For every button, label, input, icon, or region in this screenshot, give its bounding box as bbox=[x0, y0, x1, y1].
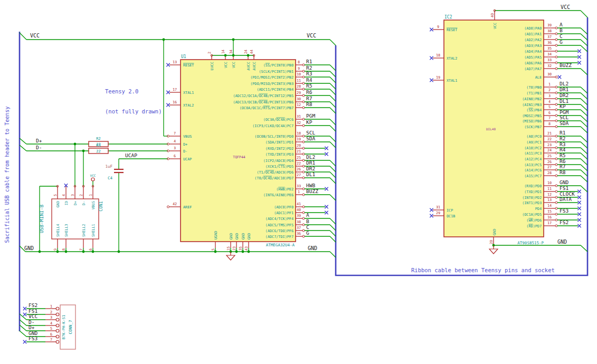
wire bbox=[581, 45, 587, 52]
pin-name: VCC bbox=[493, 23, 497, 29]
pin-end-circle bbox=[302, 217, 305, 219]
pin-end-circle bbox=[302, 124, 305, 127]
pin-name: GND bbox=[492, 229, 497, 235]
pin-number: 16 bbox=[547, 215, 552, 219]
net-label: SDA bbox=[306, 136, 315, 141]
net-label: FS2 bbox=[560, 219, 568, 225]
wire bbox=[20, 145, 26, 151]
net-label: FS3 bbox=[560, 208, 568, 214]
pin-number: 9 bbox=[298, 66, 300, 71]
net-label: DL1 bbox=[306, 171, 315, 177]
pin-name: (A14)PC6 bbox=[524, 168, 542, 173]
wire bbox=[581, 186, 587, 192]
gnd-symbol bbox=[489, 249, 498, 254]
pin-name: (SS)PB4 bbox=[526, 108, 542, 112]
net-label: R6 bbox=[306, 89, 312, 95]
pin-end-circle bbox=[555, 196, 557, 198]
pin-end-circle bbox=[555, 175, 557, 177]
pin-end-circle bbox=[302, 70, 305, 72]
pin-name: GND bbox=[235, 233, 239, 240]
pin-end-circle bbox=[56, 313, 59, 316]
pin-end-circle bbox=[555, 164, 557, 166]
pin-name: (AD0)PA0 bbox=[524, 26, 542, 31]
pin-end-circle bbox=[555, 120, 557, 122]
ucap-label: UCAP bbox=[125, 152, 137, 158]
pin-name: VCC bbox=[224, 62, 228, 68]
net-label: VCC bbox=[29, 313, 37, 319]
pin-number: 4 bbox=[174, 139, 176, 143]
pin-name: (T0/OC4D/ADC10)PD7 bbox=[254, 176, 293, 180]
ic2-footprint: DIL40 bbox=[486, 127, 496, 131]
pin-name: ICP bbox=[447, 208, 453, 213]
pin-number: 20 bbox=[489, 240, 494, 244]
pin-end-circle bbox=[555, 56, 557, 58]
pin-number: 35 bbox=[547, 46, 552, 51]
net-label: DL2 bbox=[560, 81, 568, 87]
pin-end-circle bbox=[555, 147, 557, 149]
pin-name: (AD5)PA5 bbox=[524, 55, 542, 60]
pin-name: (SDA/INT1)PD1 bbox=[266, 140, 293, 145]
note-usb-cable: Sacrificial USB cable from header to Tee… bbox=[4, 98, 11, 252]
u1-value: ATMEGA32U4-A bbox=[266, 243, 295, 247]
pin-number: 44 bbox=[250, 50, 254, 54]
wire bbox=[330, 83, 336, 89]
pin-number: 40 bbox=[297, 208, 301, 212]
pin-name: (A9)PC1 bbox=[526, 140, 542, 145]
pin-number: 7 bbox=[79, 248, 83, 251]
net-label: B bbox=[306, 218, 309, 224]
net-label: R1 bbox=[306, 59, 312, 64]
pin-number: 4 bbox=[50, 321, 52, 325]
pin-name: (INT1)PD3 bbox=[522, 201, 542, 205]
note-teensy-line1: Teensy 2.0 bbox=[105, 88, 162, 95]
pin-name: PD4 bbox=[535, 207, 542, 211]
net-label: DATA bbox=[560, 196, 572, 202]
pin-name: D- bbox=[183, 149, 187, 154]
pin-number: 1 bbox=[89, 194, 93, 196]
pin-number: 25 bbox=[297, 156, 301, 160]
pin-end-circle bbox=[302, 171, 305, 173]
pin-end-circle bbox=[555, 109, 557, 111]
wire bbox=[330, 178, 336, 184]
pin-name: (SS/PCINT0)PB0 bbox=[263, 63, 293, 68]
pin-name: (ADC12/OC1A/OC4B/PCINT12)PB5 bbox=[233, 94, 293, 98]
ic2-value: AT90S8515-P bbox=[517, 241, 544, 245]
note-ribbon-cable: Ribbon cable between Teensy pins and soc… bbox=[411, 267, 555, 274]
pin-number: 24 bbox=[547, 148, 552, 152]
net-label: C bbox=[560, 33, 563, 39]
pin-name: SHELL1 bbox=[91, 224, 96, 237]
pin-name: (MOSI)PB5 bbox=[522, 114, 542, 118]
wire bbox=[330, 40, 336, 45]
pin-number: 39 bbox=[547, 23, 552, 27]
pin-number: 2 bbox=[548, 88, 551, 92]
pin-number: 5 bbox=[548, 105, 551, 109]
pin-number: 6 bbox=[50, 332, 52, 337]
pin-name: (A11)PC3 bbox=[524, 151, 542, 156]
junction-dot bbox=[232, 39, 235, 41]
pin-end-circle bbox=[302, 229, 305, 232]
pin-number: 4 bbox=[548, 100, 551, 104]
pin-number: 3 bbox=[174, 146, 176, 150]
pin-end-circle bbox=[302, 177, 305, 179]
wire bbox=[20, 138, 26, 144]
pin-end-circle bbox=[555, 158, 557, 160]
pin-end-circle bbox=[302, 141, 305, 143]
wire bbox=[581, 127, 587, 133]
pin-name: (PDI/MOSI/PCINT2)PB2 bbox=[250, 75, 293, 80]
net-label: G bbox=[560, 39, 563, 45]
pin-number: 10 bbox=[547, 181, 552, 185]
pin-number: 3 bbox=[71, 194, 75, 196]
pin-name: (TXD/INT3)PD3 bbox=[266, 152, 293, 157]
pin-number: 15 bbox=[226, 246, 231, 251]
wire bbox=[330, 65, 336, 71]
net-label: R7 bbox=[560, 164, 565, 169]
pin-name: (AD7)PA7 bbox=[524, 67, 542, 71]
pin-number: 22 bbox=[547, 137, 552, 141]
net-label: DR2 bbox=[560, 92, 568, 98]
wire bbox=[330, 166, 336, 172]
pin-number: 10 bbox=[297, 72, 301, 76]
pin-name: SHELL4 bbox=[56, 224, 60, 237]
pin-number: 34 bbox=[547, 52, 552, 56]
pin-number: 3 bbox=[548, 94, 551, 98]
net-label: FS2 bbox=[29, 302, 37, 308]
net-label: G bbox=[306, 230, 309, 236]
